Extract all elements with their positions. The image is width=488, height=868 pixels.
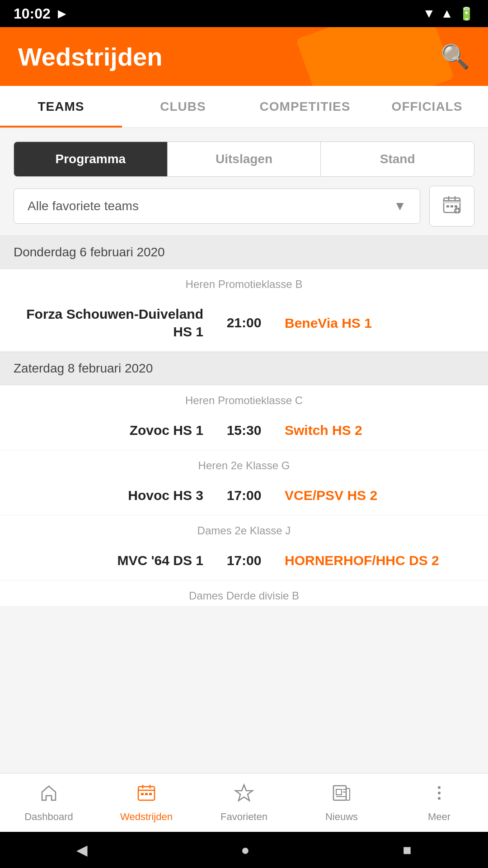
nav-item-nieuws[interactable]: Nieuws xyxy=(293,774,390,832)
match-time: 15:30 xyxy=(217,423,271,438)
home-button[interactable]: ● xyxy=(241,842,249,859)
match-category: Heren Promotieklasse B xyxy=(0,269,488,294)
battery-icon: 🔋 xyxy=(459,6,474,21)
away-team: Switch HS 2 xyxy=(271,421,474,439)
match-category: Heren 2e Klasse G xyxy=(0,450,488,476)
table-row[interactable]: Hovoc HS 3 17:00 VCE/PSV HS 2 xyxy=(0,476,488,515)
recents-button[interactable]: ■ xyxy=(403,842,411,859)
status-bar-right: ▼ ▲ 🔋 xyxy=(423,6,474,21)
main-content: Programma Uitslagen Stand Alle favoriete… xyxy=(0,128,488,773)
status-bar: 10:02 ▶ ▼ ▲ 🔋 xyxy=(0,0,488,27)
svg-rect-15 xyxy=(141,793,144,795)
sub-tabs: Programma Uitslagen Stand xyxy=(14,142,474,177)
app-header: Wedstrijden 🔍 xyxy=(0,27,488,86)
table-row[interactable]: MVC '64 DS 1 17:00 HORNERHOF/HHC DS 2 xyxy=(0,541,488,580)
wifi-icon: ▼ xyxy=(423,6,436,21)
news-icon xyxy=(332,783,352,807)
table-row[interactable]: Zovoc HS 1 15:30 Switch HS 2 xyxy=(0,410,488,450)
nav-item-wedstrijden[interactable]: Wedstrijden xyxy=(98,774,195,832)
status-time: 10:02 xyxy=(14,5,51,22)
away-team: HORNERHOF/HHC DS 2 xyxy=(271,552,474,569)
match-time: 21:00 xyxy=(217,315,271,330)
back-button[interactable]: ◀ xyxy=(76,841,88,859)
svg-point-25 xyxy=(438,786,441,789)
svg-rect-7 xyxy=(455,205,457,208)
nav-label-meer: Meer xyxy=(428,811,450,823)
nav-label-dashboard: Dashboard xyxy=(24,811,73,823)
home-team: MVC '64 DS 1 xyxy=(14,552,217,569)
calendar-active-icon xyxy=(136,783,156,807)
home-team: Hovoc HS 3 xyxy=(14,486,217,504)
signal-icon: ▲ xyxy=(441,6,453,21)
tab-clubs[interactable]: CLUBS xyxy=(122,86,244,127)
calendar-icon xyxy=(443,195,461,217)
match-category: Dames 2e Klasse J xyxy=(0,515,488,541)
svg-rect-16 xyxy=(145,793,148,795)
match-group-1: Heren Promotieklasse B Forza Schouwen-Du… xyxy=(0,269,488,352)
svg-marker-18 xyxy=(235,785,253,801)
home-team: Forza Schouwen-Duiveland HS 1 xyxy=(14,305,217,340)
nav-label-wedstrijden: Wedstrijden xyxy=(120,811,173,823)
away-team: VCE/PSV HS 2 xyxy=(271,486,474,504)
android-nav-bar: ◀ ● ■ xyxy=(0,832,488,868)
sub-tab-uitslagen[interactable]: Uitslagen xyxy=(168,142,321,176)
sub-tab-stand[interactable]: Stand xyxy=(321,142,474,176)
calendar-button[interactable] xyxy=(429,186,474,226)
svg-rect-17 xyxy=(149,793,152,795)
away-team: BeneVia HS 1 xyxy=(271,314,474,332)
nav-label-favorieten: Favorieten xyxy=(221,811,267,823)
search-icon[interactable]: 🔍 xyxy=(441,43,470,71)
chevron-down-icon: ▼ xyxy=(394,199,406,213)
svg-rect-20 xyxy=(336,789,342,795)
tab-officials[interactable]: OFFICIALS xyxy=(366,86,488,127)
bottom-navigation: Dashboard Wedstrijden Favorieten xyxy=(0,773,488,832)
filter-row: Alle favoriete teams ▼ xyxy=(14,186,474,226)
home-team: Zovoc HS 1 xyxy=(14,421,217,439)
filter-dropdown-label: Alle favoriete teams xyxy=(28,199,139,213)
nav-item-meer[interactable]: Meer xyxy=(390,774,488,832)
match-time: 17:00 xyxy=(217,553,271,568)
match-category: Heren Promotieklasse C xyxy=(0,385,488,410)
tab-competities[interactable]: COMPETITIES xyxy=(244,86,366,127)
svg-rect-5 xyxy=(446,205,449,208)
play-icon: ▶ xyxy=(58,7,66,20)
svg-rect-6 xyxy=(450,205,453,208)
page-title: Wedstrijden xyxy=(18,42,162,71)
table-row[interactable]: Forza Schouwen-Duiveland HS 1 21:00 Bene… xyxy=(0,294,488,352)
svg-point-26 xyxy=(438,792,441,794)
match-time: 17:00 xyxy=(217,488,271,503)
svg-point-27 xyxy=(438,797,441,800)
nav-item-dashboard[interactable]: Dashboard xyxy=(0,774,98,832)
svg-rect-19 xyxy=(333,786,346,800)
nav-item-favorieten[interactable]: Favorieten xyxy=(195,774,293,832)
nav-label-nieuws: Nieuws xyxy=(325,811,358,823)
main-tabs: TEAMS CLUBS COMPETITIES OFFICIALS xyxy=(0,86,488,128)
home-icon xyxy=(39,783,59,807)
match-category: Dames Derde divisie B xyxy=(0,580,488,606)
team-filter-dropdown[interactable]: Alle favoriete teams ▼ xyxy=(14,189,420,224)
tab-teams[interactable]: TEAMS xyxy=(0,86,122,127)
date-section-2: Zaterdag 8 februari 2020 xyxy=(0,352,488,385)
more-icon xyxy=(429,783,449,807)
status-bar-left: 10:02 ▶ xyxy=(14,5,66,22)
match-group-2: Heren Promotieklasse C Zovoc HS 1 15:30 … xyxy=(0,385,488,606)
sub-tab-programma[interactable]: Programma xyxy=(14,142,168,176)
star-icon xyxy=(234,783,254,807)
date-section-1: Donderdag 6 februari 2020 xyxy=(0,236,488,269)
